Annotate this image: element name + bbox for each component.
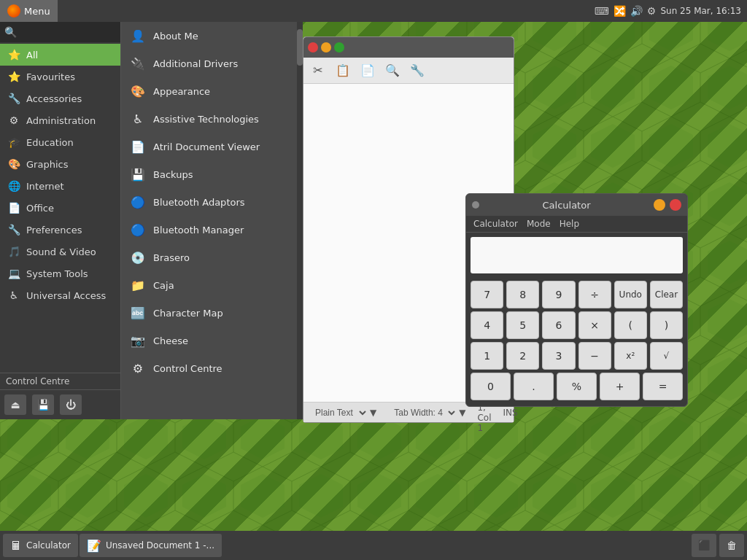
calc-taskbar-icon: 🖩: [10, 539, 22, 553]
cat-label-3: Administration: [26, 115, 96, 126]
sidebar-item-favourites[interactable]: ⭐Favourites: [0, 66, 120, 88]
btn-clear[interactable]: Clear: [650, 281, 683, 308]
copy-button[interactable]: 📋: [333, 61, 353, 81]
taskbar-calculator[interactable]: 🖩 Calculator: [3, 534, 78, 557]
sidebar-item-graphics[interactable]: 🎨Graphics: [0, 153, 120, 175]
cat-icon-11: ♿: [7, 289, 20, 302]
sidebar-item-all[interactable]: ⭐All: [0, 44, 120, 66]
menu-button[interactable]: Menu: [0, 0, 58, 22]
shutdown-button[interactable]: ⏻: [60, 394, 82, 415]
sidebar-item-preferences[interactable]: 🔧Preferences: [0, 219, 120, 241]
app-item-appearance[interactable]: 🎨Appearance: [121, 77, 303, 105]
btn-divide[interactable]: ÷: [578, 281, 611, 308]
calculator-buttons: 789÷UndoClear456×()123−x²√0.%+=: [466, 278, 687, 406]
btn-percent[interactable]: %: [557, 373, 597, 400]
cat-icon-10: 💻: [7, 267, 20, 280]
tab-width-select[interactable]: Tab Width: 4: [388, 405, 457, 420]
cat-label-1: Favourites: [26, 71, 75, 82]
find-button[interactable]: 🔍: [382, 61, 403, 81]
paste-button[interactable]: 📄: [357, 61, 378, 81]
cat-icon-3: ⚙: [7, 114, 20, 127]
btn-sqrt[interactable]: √: [650, 342, 683, 370]
app-item-caja[interactable]: 📁Caja: [121, 271, 303, 299]
cat-label-10: System Tools: [26, 268, 88, 279]
sidebar-item-internet[interactable]: 🌐Internet: [0, 175, 120, 197]
app-item-additional-drivers[interactable]: 🔌Additional Drivers: [121, 50, 303, 77]
sidebar-item-sound-&-video[interactable]: 🎵Sound & Video: [0, 241, 120, 262]
btn-3[interactable]: 3: [542, 342, 575, 370]
btn-sq[interactable]: x²: [614, 342, 647, 370]
btn-6[interactable]: 6: [542, 311, 575, 339]
btn-rparen[interactable]: ): [650, 311, 683, 339]
app-icon-8: 💿: [130, 249, 146, 265]
app-item-backups[interactable]: 💾Backups: [121, 160, 303, 188]
app-list-panel: 👤About Me🔌Additional Drivers🎨Appearance♿…: [120, 22, 303, 419]
btn-multiply[interactable]: ×: [578, 311, 611, 339]
app-item-assistive-technologies[interactable]: ♿Assistive Technologies: [121, 105, 303, 133]
sidebar-item-office[interactable]: 📄Office: [0, 197, 120, 219]
control-centre-label: Control Centre: [6, 376, 69, 386]
app-item-bluetooth-adaptors[interactable]: 🔵Bluetooth Adaptors: [121, 188, 303, 216]
btn-9[interactable]: 9: [542, 281, 575, 308]
editor-close-button[interactable]: [308, 42, 318, 52]
app-item-cheese[interactable]: 📷Cheese: [121, 327, 303, 354]
editor-maximize-button[interactable]: [334, 42, 344, 52]
trash-button[interactable]: 🗑: [719, 534, 744, 557]
cat-icon-6: 🌐: [7, 179, 20, 192]
calc-menu-help[interactable]: Help: [560, 219, 579, 229]
menu-panel: 🔍 ✕ ⭐All⭐Favourites🔧Accessories⚙Administ…: [0, 22, 120, 419]
taskbar-editor[interactable]: 📝 Unsaved Document 1 -...: [80, 534, 222, 557]
btn-lparen[interactable]: (: [614, 311, 647, 339]
tab-arrow: ▼: [459, 408, 465, 418]
app-item-character-map[interactable]: 🔤Character Map: [121, 299, 303, 327]
btn-plus[interactable]: +: [600, 373, 640, 400]
cat-icon-7: 📄: [7, 201, 20, 214]
calc-menu-mode[interactable]: Mode: [527, 219, 551, 229]
app-label-4: Atril Document Viewer: [153, 141, 260, 152]
app-item-brasero[interactable]: 💿Brasero: [121, 244, 303, 271]
app-label-5: Backups: [153, 169, 193, 180]
app-item-about-me[interactable]: 👤About Me: [121, 22, 303, 50]
file-type-select[interactable]: Plain Text: [309, 405, 368, 420]
app-label-7: Bluetooth Manager: [153, 225, 244, 236]
sidebar-item-system-tools[interactable]: 💻System Tools: [0, 262, 120, 284]
volume-icon[interactable]: 🔊: [630, 5, 643, 17]
app-item-atril-document-viewer[interactable]: 📄Atril Document Viewer: [121, 133, 303, 160]
app-icon-10: 🔤: [130, 305, 146, 321]
cut-button[interactable]: ✂: [308, 61, 328, 81]
calc-menu-calculator[interactable]: Calculator: [473, 219, 518, 229]
btn-equals[interactable]: =: [643, 373, 683, 400]
app-item-control-centre[interactable]: ⚙Control Centre: [121, 354, 303, 382]
editor-minimize-button[interactable]: [321, 42, 331, 52]
btn-4[interactable]: 4: [471, 311, 503, 339]
btn-minus[interactable]: −: [578, 342, 611, 370]
replace-button[interactable]: 🔧: [407, 61, 427, 81]
btn-0[interactable]: 0: [471, 373, 511, 400]
app-item-bluetooth-manager[interactable]: 🔵Bluetooth Manager: [121, 216, 303, 244]
show-desktop-button[interactable]: ⬛: [692, 534, 716, 557]
btn-8[interactable]: 8: [506, 281, 539, 308]
btn-5[interactable]: 5: [506, 311, 539, 339]
btn-dot[interactable]: .: [514, 373, 554, 400]
cat-label-7: Office: [26, 203, 54, 214]
sidebar-item-accessories[interactable]: 🔧Accessories: [0, 88, 120, 109]
btn-1[interactable]: 1: [471, 342, 503, 370]
cat-label-8: Preferences: [26, 225, 82, 236]
sidebar-item-administration[interactable]: ⚙Administration: [0, 109, 120, 131]
cat-label-5: Graphics: [26, 159, 68, 170]
btn-7[interactable]: 7: [471, 281, 503, 308]
control-centre-item[interactable]: Control Centre: [0, 373, 120, 389]
keyboard-icon: ⌨: [595, 5, 609, 17]
firefox-icon: [7, 4, 20, 18]
sidebar-item-education[interactable]: 🎓Education: [0, 131, 120, 153]
calc-minimize-button[interactable]: [654, 199, 665, 211]
search-icon: 🔍: [4, 26, 17, 38]
screenshot-button[interactable]: 💾: [32, 394, 54, 415]
calc-close-button[interactable]: [670, 199, 681, 211]
btn-undo[interactable]: Undo: [614, 281, 647, 308]
btn-2[interactable]: 2: [506, 342, 539, 370]
sidebar-item-universal-access[interactable]: ♿Universal Access: [0, 284, 120, 306]
calculator-window: Calculator Calculator Mode Help 789÷Undo…: [465, 193, 688, 407]
cat-label-4: Education: [26, 137, 74, 148]
logout-button[interactable]: ⏏: [4, 394, 26, 415]
